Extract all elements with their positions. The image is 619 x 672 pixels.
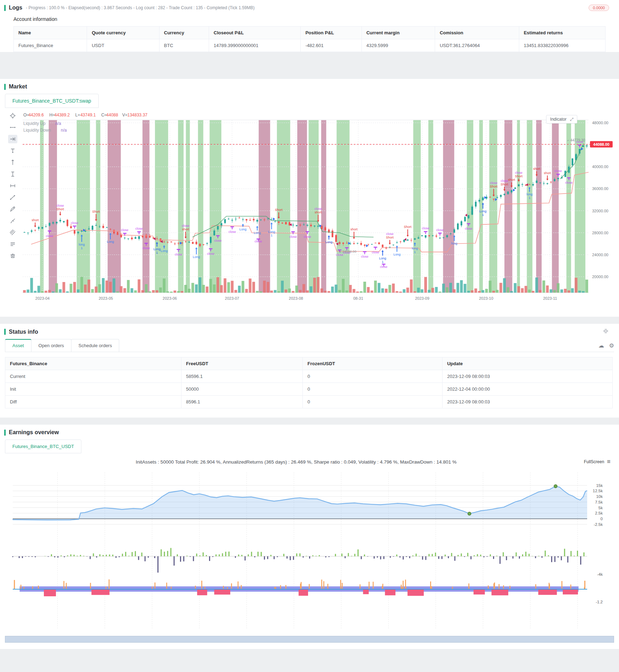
svg-text:1: 1 <box>482 213 484 217</box>
tab-open-orders[interactable]: Open orders <box>31 339 71 352</box>
status-table-header: Futures_BinanceFreeUSDTFrozenUSDTUpdate <box>5 357 613 370</box>
fullscreen-button[interactable]: FullScreen ≡ <box>584 458 611 465</box>
status-col-header: Futures_Binance <box>5 357 181 370</box>
svg-text:Short: Short <box>515 174 523 178</box>
pencil-icon[interactable] <box>8 205 17 213</box>
status-cell: 50000 <box>181 383 302 396</box>
pattern-icon-glyph <box>10 241 16 247</box>
logs-value-badge: 0.0000 <box>589 5 609 11</box>
status-cell: 0 <box>303 383 442 396</box>
price-range-icon[interactable] <box>8 170 17 178</box>
svg-text:close: close <box>361 255 369 258</box>
trend-line-icon[interactable] <box>8 193 17 202</box>
section-gap <box>0 60 619 79</box>
text-tool-icon[interactable] <box>8 147 17 155</box>
trend-line-icon-glyph <box>10 194 16 201</box>
market-title: Market <box>9 84 27 90</box>
account-col-header: Position P&L <box>301 27 361 39</box>
status-cell: Diff <box>5 396 181 408</box>
position-bands-layer <box>40 120 585 293</box>
svg-text:20000.00: 20000.00 <box>592 275 608 279</box>
settings-gear-icon[interactable]: ⚙ <box>609 342 614 349</box>
vertical-line-icon[interactable] <box>8 158 17 167</box>
svg-text:close: close <box>214 239 221 242</box>
account-table-row: Futures_BinanceUSDTBTC14789.399000000001… <box>14 39 606 52</box>
section-gap <box>0 418 619 425</box>
market-chart[interactable]: shortcloseShortclosecloselong1ShortLongc… <box>5 109 614 310</box>
fib-icon[interactable] <box>8 228 17 237</box>
status-row: Init5000002022-12-04 00:00:00 <box>5 383 613 396</box>
svg-text:close: close <box>207 252 214 255</box>
market-symbol-tab[interactable]: Futures_Binance_BTC_USDT:swap <box>5 94 99 108</box>
status-cell: 58596.1 <box>181 370 302 383</box>
svg-text:close: close <box>380 265 387 269</box>
svg-text:Liquidity Up: Liquidity Up <box>23 121 46 126</box>
svg-text:close: close <box>57 204 64 207</box>
date-range-icon[interactable] <box>8 182 17 190</box>
chart-menu-icon[interactable]: ≡ <box>607 458 611 465</box>
crosshair-icon[interactable] <box>8 111 17 120</box>
account-info-title: Account information <box>13 16 619 22</box>
brush-icon-glyph <box>10 218 16 224</box>
period-pnl-bars <box>12 548 585 573</box>
svg-text:28000.00: 28000.00 <box>592 231 608 235</box>
month-grid <box>58 472 578 630</box>
download-icon[interactable]: ☁ <box>598 342 604 349</box>
candlestick-chart-canvas[interactable]: shortcloseShortclosecloselong1ShortLongc… <box>21 109 614 308</box>
indicator-button[interactable]: Indicator ⤢ <box>546 115 577 124</box>
svg-text:Long: Long <box>393 253 400 256</box>
svg-text:2023-06: 2023-06 <box>163 296 177 300</box>
svg-text:1: 1 <box>528 196 530 200</box>
svg-text:134833.37: 134833.37 <box>127 113 147 117</box>
account-col-header: Quote currency <box>87 27 159 39</box>
status-cell: 2022-12-04 00:00:00 <box>442 383 613 396</box>
status-section: Status info AssetOpen ordersSchedule ord… <box>0 324 619 418</box>
svg-text:short: short <box>533 167 540 171</box>
svg-text:2.5k: 2.5k <box>595 511 603 515</box>
arrow-mode-icon-glyph <box>10 136 16 142</box>
trash-icon[interactable] <box>8 252 17 260</box>
chart-navigator[interactable] <box>5 636 614 643</box>
svg-text:-1.2: -1.2 <box>596 600 603 604</box>
svg-text:C=: C= <box>101 113 107 117</box>
expand-icon[interactable]: ⤢ <box>570 117 573 122</box>
brush-icon[interactable] <box>8 217 17 225</box>
svg-text:Short: Short <box>386 236 394 239</box>
svg-text:Short: Short <box>490 185 498 188</box>
svg-text:long: long <box>412 247 418 250</box>
logs-title: Logs <box>9 5 22 11</box>
account-cell: USDT:361.2764064 <box>435 39 519 52</box>
account-col-header: Currency <box>159 27 209 39</box>
svg-text:7.5k: 7.5k <box>595 500 603 504</box>
tab-schedule-orders[interactable]: Schedule orders <box>71 339 120 352</box>
svg-text:long: long <box>526 193 532 196</box>
account-cell: Futures_Binance <box>14 39 87 52</box>
account-cell: 14789.399000000001 <box>209 39 301 52</box>
svg-text:long: long <box>79 243 85 246</box>
svg-text:40000.00: 40000.00 <box>592 165 608 169</box>
pnl-area <box>13 486 587 520</box>
earnings-symbol-tab[interactable]: Futures_Binance_BTC_USDT <box>5 440 81 453</box>
svg-text:Long: Long <box>107 240 114 243</box>
account-cell: -482.601 <box>301 39 361 52</box>
text-tool-icon-glyph <box>10 148 16 154</box>
svg-text:44088.00: 44088.00 <box>593 142 609 147</box>
earnings-chart-canvas[interactable]: 15k12.5k10k7.5k5k2.5k0-2.5k-4k-1.2 <box>5 470 614 637</box>
svg-text:2023-07: 2023-07 <box>225 296 239 300</box>
svg-text:≒ 24588.00: ≒ 24588.00 <box>339 249 356 253</box>
status-cell: 0 <box>303 370 442 383</box>
pattern-icon[interactable] <box>8 240 17 248</box>
svg-text:44389.2: 44389.2 <box>54 113 70 117</box>
status-col-header: FreeUSDT <box>181 357 302 370</box>
collapse-icon[interactable] <box>603 328 608 335</box>
measure-icon[interactable] <box>8 123 17 132</box>
svg-text:10k: 10k <box>596 494 603 499</box>
tab-asset[interactable]: Asset <box>5 339 31 352</box>
section-accent-bar <box>4 329 6 335</box>
price-range-icon-glyph <box>10 171 16 177</box>
account-col-header: Name <box>14 27 87 39</box>
svg-text:L=: L= <box>75 113 80 117</box>
arrow-mode-icon[interactable] <box>8 135 17 143</box>
status-title: Status info <box>9 329 38 335</box>
svg-text:12.5k: 12.5k <box>593 489 603 493</box>
